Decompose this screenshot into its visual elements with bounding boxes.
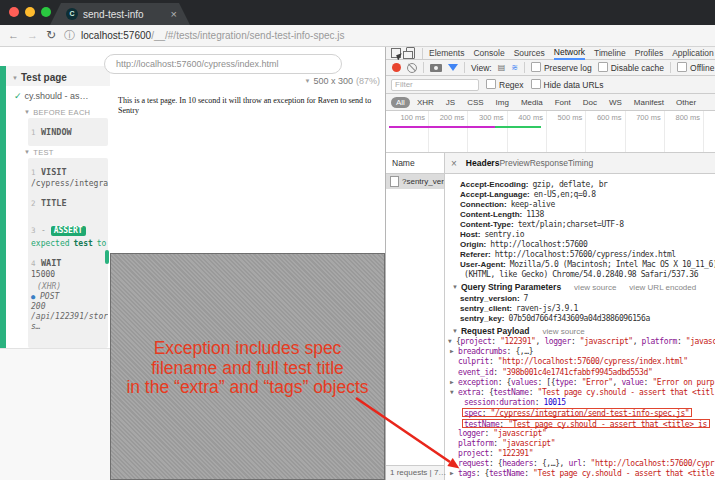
devtools-tab-timeline[interactable]: Timeline <box>594 47 626 59</box>
annotation-line: Exception includes spec <box>111 339 384 359</box>
header-value: (KHTML, like Gecko) Chrome/54.0.2840.98 … <box>464 270 698 279</box>
view-url-encoded-link[interactable]: view URL encoded <box>629 283 696 292</box>
close-details-icon[interactable]: × <box>451 158 457 169</box>
json-string: "122391" <box>498 449 533 458</box>
zoom-window-button[interactable] <box>41 7 51 17</box>
disclosure-icon[interactable]: ▶ <box>450 459 453 466</box>
filter-pill-media[interactable]: Media <box>516 97 548 108</box>
disclosure-icon[interactable]: ▶ <box>450 469 453 476</box>
checkbox-label: Disable cache <box>611 63 664 73</box>
view-source-link[interactable]: view source <box>542 327 584 336</box>
hide-data-urls-checkbox[interactable]: Hide data URLs <box>531 79 604 90</box>
filter-funnel-icon[interactable] <box>448 64 458 71</box>
filter-pill-img[interactable]: Img <box>491 97 514 108</box>
devtools-tab-profiles[interactable]: Profiles <box>635 47 663 59</box>
payload-line[interactable]: ▶tags: {testName: "Test page cy.should -… <box>445 469 715 479</box>
filter-pill-font[interactable]: Font <box>550 97 576 108</box>
collapse-icon[interactable]: ▼ <box>12 75 18 81</box>
json-string: "javascript" <box>502 439 555 448</box>
timeline-tick: 600 ms <box>586 113 622 122</box>
detail-tab-timing[interactable]: Timing <box>568 158 593 168</box>
filter-pill-xhr[interactable]: XHR <box>412 97 439 108</box>
tab-close-icon[interactable]: × <box>171 9 177 20</box>
payload-line[interactable]: ▶breadcrumbs: {,…} <box>445 347 715 357</box>
devtools-tab-network[interactable]: Network <box>554 47 585 60</box>
payload-line[interactable]: ▶request: {headers: {,…}, url: "http://l… <box>445 459 715 469</box>
devtools-tab-console[interactable]: Console <box>473 47 504 59</box>
minimize-window-button[interactable] <box>25 7 35 17</box>
command-xhr[interactable]: (XHR) ● POST 200 /api/122391/stor s… <box>31 282 105 332</box>
param-value: 07b50d7664f343609a04d3886096156a <box>508 314 649 323</box>
disclosure-icon[interactable]: ▶ <box>450 347 453 354</box>
command-assert[interactable]: 3- ASSERT expectedtesttoequaltest <box>31 218 105 249</box>
collapse-icon[interactable]: ▼ <box>24 109 30 115</box>
record-icon[interactable] <box>392 63 401 72</box>
command-wait[interactable]: 4WAIT 15000 <box>31 251 105 279</box>
param-name: sentry_client: <box>460 304 512 313</box>
aut-url-field[interactable]: http://localhost:57600/cypress/index.htm… <box>104 54 342 74</box>
disclosure-icon[interactable]: ▼ <box>452 328 458 334</box>
sidebar-scrollbar-thumb[interactable] <box>105 250 109 264</box>
detail-tab-headers[interactable]: Headers <box>466 158 500 168</box>
view-source-link[interactable]: view source <box>574 283 616 292</box>
command-window[interactable]: 1WINDOW <box>31 120 105 139</box>
filter-pill-all[interactable]: All <box>391 97 410 108</box>
reload-icon[interactable]: ↻ <box>46 30 56 41</box>
command-name: TITLE <box>41 198 67 208</box>
timeline-tick: 100 ms <box>389 113 425 122</box>
omnibox[interactable]: localhost:57600/__/#/tests/integration/s… <box>81 30 345 41</box>
large-rows-icon[interactable]: ▤ <box>498 63 506 72</box>
request-payload-section: ▼Request Payloadview source <box>445 325 715 337</box>
screenshot-icon[interactable] <box>430 64 442 72</box>
close-window-button[interactable] <box>9 7 19 17</box>
disclosure-icon[interactable]: ▼ <box>452 284 458 290</box>
json-string: "Test page cy.should - assert that <titl <box>538 388 715 397</box>
back-icon[interactable]: ← <box>8 30 19 41</box>
command-visit[interactable]: 1VISIT /cypress/integra <box>31 160 105 188</box>
preserve-log-checkbox[interactable]: Preserve log <box>531 62 592 73</box>
browser-tab[interactable]: C send-test-info × <box>50 3 190 25</box>
inspect-element-icon[interactable] <box>391 48 401 58</box>
forward-icon[interactable]: → <box>27 30 38 41</box>
disclosure-icon[interactable]: ▼ <box>448 337 451 344</box>
regex-checkbox[interactable]: Regex <box>486 79 524 90</box>
collapse-icon[interactable]: ▼ <box>24 149 30 155</box>
payload-line[interactable]: ▼{project: "122391", logger: "javascript… <box>445 337 715 347</box>
command-title[interactable]: 2TITLE <box>31 191 105 210</box>
overview-icon[interactable]: ≋ <box>511 63 518 72</box>
section-test[interactable]: ▼TEST <box>0 147 110 158</box>
suite-row[interactable]: ▼Test page <box>6 66 110 86</box>
viewport-selector[interactable]: ▼500 x 300(87%) <box>110 76 380 86</box>
disable-cache-checkbox[interactable]: Disable cache <box>598 62 664 73</box>
filter-pill-css[interactable]: CSS <box>462 97 488 108</box>
network-filter-input[interactable] <box>391 79 479 91</box>
filter-pill-ws[interactable]: WS <box>604 97 627 108</box>
detail-tab-response[interactable]: Response <box>530 158 568 168</box>
section-before-each[interactable]: ▼BEFORE EACH <box>0 107 110 118</box>
filter-pill-js[interactable]: JS <box>441 97 460 108</box>
filter-pill-manifest[interactable]: Manifest <box>629 97 669 108</box>
disclosure-icon[interactable]: ▶ <box>450 378 453 385</box>
name-column-header[interactable]: Name <box>386 153 445 173</box>
device-toolbar-icon[interactable] <box>406 47 415 59</box>
document-icon <box>390 176 399 187</box>
filter-pill-doc[interactable]: Doc <box>578 97 602 108</box>
json-plain: : <box>493 439 502 448</box>
clear-icon[interactable] <box>407 63 417 73</box>
disclosure-icon[interactable]: ▼ <box>450 388 453 395</box>
devtools-tab-sources[interactable]: Sources <box>514 47 545 59</box>
offline-checkbox[interactable]: Offline <box>677 62 714 73</box>
url-host: localhost:57600 <box>81 30 151 41</box>
request-row[interactable]: ?sentry_vers… <box>386 174 444 189</box>
payload-line[interactable]: ▼extra: {testName: "Test page cy.should … <box>445 388 715 398</box>
info-icon[interactable]: ⓘ <box>64 30 75 41</box>
header-value: 1138 <box>526 210 544 219</box>
test-row[interactable]: ✓cy.should - as… <box>6 88 110 104</box>
detail-tab-preview[interactable]: Preview <box>499 158 529 168</box>
filter-pill-other[interactable]: Other <box>671 97 701 108</box>
devtools-tab-application[interactable]: Application <box>672 47 714 59</box>
browser-window: C send-test-info × ← → ↻ ⓘ localhost:576… <box>0 0 715 480</box>
test-page-text: This is a test page. In 10 second it wil… <box>118 96 386 116</box>
devtools-tab-elements[interactable]: Elements <box>429 47 464 59</box>
payload-line[interactable]: ▶exception: {values: [{type: "Error", va… <box>445 378 715 388</box>
